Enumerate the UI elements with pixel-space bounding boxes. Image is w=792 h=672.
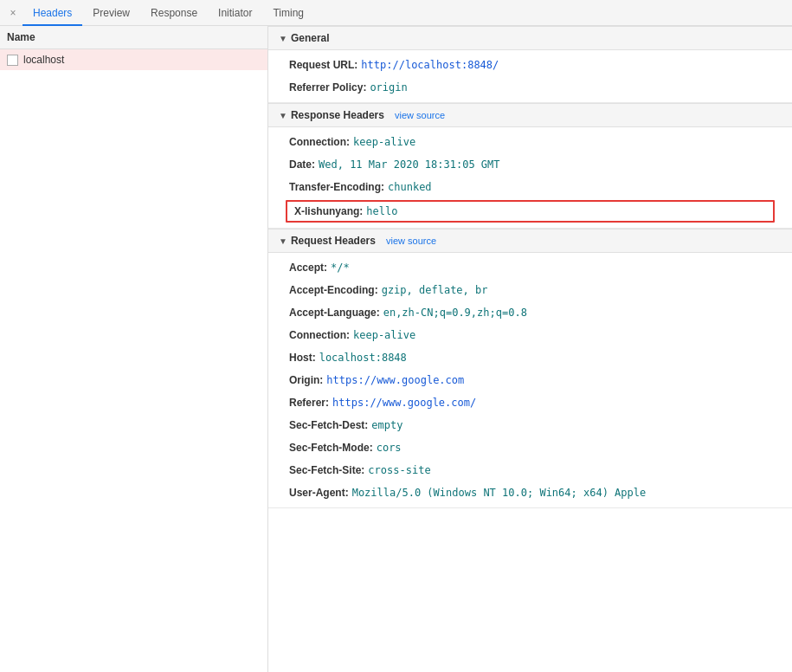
header-key: Date: <box>289 157 315 172</box>
header-key: Connection: <box>289 327 350 343</box>
table-row: Accept: */* <box>268 256 792 279</box>
header-val: cors <box>377 440 402 456</box>
general-content: Request URL: http://localhost:8848/ Refe… <box>268 50 792 102</box>
response-headers-section-header: ▼ Response Headers view source <box>268 103 792 127</box>
item-checkbox[interactable] <box>7 55 18 66</box>
header-val: Wed, 11 Mar 2020 18:31:05 GMT <box>319 157 500 172</box>
request-headers-content: Accept: */* Accept-Encoding: gzip, defla… <box>268 253 792 507</box>
table-row: Connection: keep-alive <box>268 324 792 346</box>
header-val: */* <box>331 260 350 275</box>
triangle-icon: ▼ <box>279 236 287 246</box>
tab-timing[interactable]: Timing <box>262 0 314 26</box>
header-key: Transfer-Encoding: <box>289 179 384 195</box>
name-column-header: Name <box>0 26 267 49</box>
header-val: cross-site <box>368 462 430 478</box>
header-key: Accept-Encoding: <box>289 282 378 298</box>
header-val: localhost:8848 <box>319 350 407 365</box>
response-headers-section: ▼ Response Headers view source Connectio… <box>268 103 792 229</box>
general-title: General <box>291 32 330 44</box>
main-content: Name localhost ▼ General Request URL: ht… <box>0 26 792 672</box>
header-val: http://localhost:8848/ <box>361 57 499 73</box>
tab-initiator[interactable]: Initiator <box>208 0 262 26</box>
request-headers-section: ▼ Request Headers view source Accept: */… <box>268 229 792 508</box>
triangle-icon: ▼ <box>279 111 287 120</box>
response-headers-content: Connection: keep-alive Date: Wed, 11 Mar… <box>268 127 792 228</box>
table-row: Sec-Fetch-Site: cross-site <box>268 459 792 481</box>
triangle-icon: ▼ <box>279 34 287 43</box>
header-key: Host: <box>289 350 316 365</box>
list-item[interactable]: localhost <box>0 49 267 70</box>
table-row: Request URL: http://localhost:8848/ <box>268 54 792 76</box>
devtools-container: × Headers Preview Response Initiator Tim… <box>0 0 792 672</box>
request-view-source-link[interactable]: view source <box>386 236 436 246</box>
table-row: Referer: https://www.google.com/ <box>268 391 792 414</box>
header-key: Request URL: <box>289 57 357 73</box>
header-val: Mozilla/5.0 (Windows NT 10.0; Win64; x64… <box>352 485 647 501</box>
header-val: https://www.google.com/ <box>332 395 476 410</box>
tab-preview[interactable]: Preview <box>82 0 140 26</box>
name-panel: Name localhost <box>0 26 268 672</box>
request-headers-title: Request Headers <box>291 235 376 247</box>
table-row: Accept-Language: en,zh-CN;q=0.9,zh;q=0.8 <box>268 301 792 324</box>
table-row: Sec-Fetch-Mode: cors <box>268 436 792 459</box>
header-val: origin <box>370 80 407 95</box>
table-row: Connection: keep-alive <box>268 131 792 153</box>
tab-bar: × Headers Preview Response Initiator Tim… <box>0 0 792 26</box>
header-key: Sec-Fetch-Site: <box>289 462 364 478</box>
table-row: Origin: https://www.google.com <box>268 369 792 391</box>
table-row: Sec-Fetch-Dest: empty <box>268 414 792 436</box>
header-val: en,zh-CN;q=0.9,zh;q=0.8 <box>383 305 527 320</box>
table-row: Referrer Policy: origin <box>268 76 792 99</box>
header-val: https://www.google.com <box>326 372 464 388</box>
header-key: Sec-Fetch-Dest: <box>289 417 368 433</box>
header-key: Referer: <box>289 395 329 410</box>
general-section-header: ▼ General <box>268 26 792 50</box>
table-row: Accept-Encoding: gzip, deflate, br <box>268 279 792 301</box>
header-val: chunked <box>388 179 432 195</box>
header-key: Referrer Policy: <box>289 80 366 95</box>
tab-headers[interactable]: Headers <box>23 0 82 26</box>
header-key: Connection: <box>289 134 350 150</box>
general-section: ▼ General Request URL: http://localhost:… <box>268 26 792 103</box>
header-val: hello <box>366 204 397 219</box>
header-key: Origin: <box>289 372 323 388</box>
header-val: keep-alive <box>353 327 415 343</box>
header-key: Accept: <box>289 260 327 275</box>
header-val: gzip, deflate, br <box>382 282 488 298</box>
table-row: User-Agent: Mozilla/5.0 (Windows NT 10.0… <box>268 481 792 504</box>
response-view-source-link[interactable]: view source <box>395 110 445 120</box>
highlighted-header-row: X-lishunyang: hello <box>286 200 775 223</box>
tab-close-button[interactable]: × <box>3 3 23 23</box>
table-row: Host: localhost:8848 <box>268 346 792 369</box>
header-val: empty <box>371 417 402 433</box>
header-key: Accept-Language: <box>289 305 380 320</box>
request-headers-section-header: ▼ Request Headers view source <box>268 229 792 253</box>
header-val: keep-alive <box>353 134 415 150</box>
header-key: User-Agent: <box>289 485 349 501</box>
header-key: Sec-Fetch-Mode: <box>289 440 373 456</box>
tab-response[interactable]: Response <box>140 0 208 26</box>
response-headers-title: Response Headers <box>291 109 384 121</box>
table-row: Transfer-Encoding: chunked <box>268 176 792 198</box>
header-key: X-lishunyang: <box>294 204 363 219</box>
headers-panel: ▼ General Request URL: http://localhost:… <box>268 26 792 672</box>
item-label: localhost <box>23 54 64 66</box>
table-row: Date: Wed, 11 Mar 2020 18:31:05 GMT <box>268 153 792 176</box>
